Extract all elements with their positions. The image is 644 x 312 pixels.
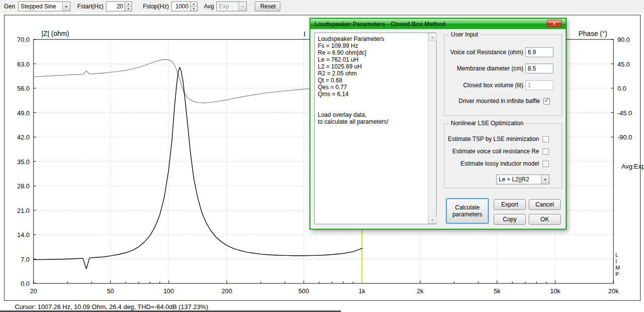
inductor-model-select[interactable]: Le + L2||R2 ▼ [496, 174, 549, 184]
baffle-checkbox[interactable]: ✓ [543, 98, 550, 104]
loudspeaker-parameters-dialog: Loudspeaker Parameters - Closed Box Meth… [309, 18, 567, 230]
lse-optimization-group: Nonlinear LSE Optimization Estimate TSP … [444, 123, 562, 188]
fstart-label: Fstart(Hz) [77, 3, 103, 10]
scrollbar[interactable]: ▲ ▼ [428, 33, 436, 224]
scroll-down-icon[interactable]: ▼ [428, 216, 437, 224]
svg-text:-45.0: -45.0 [617, 109, 632, 117]
param-line: Re = 6.90 ohm[dc] [318, 49, 426, 56]
svg-text:0.0: 0.0 [21, 280, 30, 287]
svg-text:42.0: 42.0 [17, 134, 30, 141]
chevron-down-icon: ▼ [238, 2, 246, 11]
spin-down-icon[interactable]: ▼ [191, 7, 197, 11]
lse-option-label: Estimate voice coil resistance Re [446, 148, 539, 155]
close-button[interactable]: ✕ [547, 20, 562, 27]
svg-text:35.0: 35.0 [17, 158, 30, 166]
left-axis-title: |Z| (ohm) [41, 30, 69, 37]
svg-text:200: 200 [221, 287, 232, 295]
reset-button[interactable]: Reset [255, 1, 280, 11]
limp-letter: I [615, 258, 620, 265]
generator-value: Stepped Sine [19, 3, 62, 10]
svg-text:21.0: 21.0 [17, 207, 30, 214]
spin-down-icon[interactable]: ▼ [125, 7, 132, 11]
cursor-readout: Cursor: 1007.26 Hz, 10.09 Ohm, 26.4 deg,… [15, 303, 208, 311]
cancel-button[interactable]: Cancel [529, 199, 561, 210]
dialog-title: Loudspeaker Parameters - Closed Box Meth… [310, 21, 445, 28]
svg-text:70.0: 70.0 [17, 36, 30, 43]
ok-button[interactable]: OK [529, 214, 561, 225]
estimate-tsp-checkbox[interactable]: ✓ [542, 136, 549, 142]
checkmark-icon: ✓ [544, 97, 549, 104]
avg-select[interactable]: Exp ▼ [216, 1, 247, 11]
param-line: R2 = 2.05 ohm [318, 70, 426, 77]
fstop-label: Fstop(Hz) [143, 3, 169, 10]
svg-text:50: 50 [107, 287, 114, 295]
svg-text:56.0: 56.0 [17, 85, 30, 92]
svg-text:-90.0: -90.0 [617, 134, 632, 141]
close-icon: ✕ [552, 21, 556, 26]
param-line [318, 98, 426, 104]
lse-group-label: Nonlinear LSE Optimization [449, 120, 525, 127]
closed-box-volume-label: Closed box volume (lit) [446, 81, 523, 90]
param-line: Qes = 0.77 [318, 84, 426, 91]
param-line: L2 = 1025.69 uH [318, 63, 426, 70]
limp-letter: L [615, 252, 620, 258]
param-line [318, 104, 426, 111]
svg-text:10k: 10k [550, 287, 560, 295]
chevron-down-icon: ▼ [62, 2, 70, 11]
avg-value: Exp [217, 3, 238, 10]
svg-text:0.0: 0.0 [617, 85, 626, 92]
lse-option-label: Estimate TSP by LSE minimization [446, 136, 539, 142]
scroll-up-icon[interactable]: ▲ [428, 33, 437, 41]
svg-text:100: 100 [163, 287, 174, 295]
fstart-spinner: ▲ ▼ [106, 1, 132, 11]
limp-letter: P [615, 271, 620, 277]
toolbar: Gen Stepped Sine ▼ Fstart(Hz) ▲ ▼ Fstop(… [0, 0, 644, 13]
svg-text:28.0: 28.0 [17, 182, 30, 190]
fstop-spinner: ▲ ▼ [171, 1, 198, 11]
limp-logo-text: L I M P [615, 252, 620, 277]
lse-option-label: Estimate lossy inductor model [446, 160, 539, 167]
estimate-lossy-inductor-checkbox[interactable]: ✓ [542, 161, 549, 167]
avg-mode-text: Avg:Exp [621, 163, 644, 170]
closed-box-volume-input[interactable] [525, 80, 553, 90]
svg-text:5k: 5k [494, 287, 501, 295]
voice-coil-resistance-label: Voice coil Resistance (ohm) [446, 48, 523, 57]
membrane-diameter-label: Membrane diameter (cm) [446, 64, 523, 73]
fstart-input[interactable] [106, 1, 125, 11]
parameters-listbox[interactable]: Loudspeaker Parameters Fs = 109.99 Hz Re… [314, 33, 437, 224]
avg-label: Avg [204, 3, 214, 10]
svg-text:2k: 2k [417, 287, 424, 295]
svg-text:20k: 20k [609, 287, 619, 295]
limp-letter: M [615, 265, 620, 271]
svg-text:20: 20 [30, 287, 37, 295]
svg-text:14.0: 14.0 [17, 231, 30, 239]
membrane-diameter-input[interactable] [525, 64, 553, 73]
export-button[interactable]: Export [494, 199, 526, 210]
spin-up-icon[interactable]: ▲ [191, 2, 197, 7]
svg-text:49.0: 49.0 [17, 109, 30, 117]
calculate-parameters-button[interactable]: Calculate parameters [446, 198, 489, 224]
generator-select[interactable]: Stepped Sine ▼ [18, 1, 70, 11]
param-line: Qt = 0.68 [318, 77, 426, 84]
gen-label: Gen [4, 3, 15, 10]
parameters-text: Loudspeaker Parameters Fs = 109.99 Hz Re… [318, 35, 426, 125]
right-axis-title: Phase (°) [578, 30, 608, 37]
svg-text:7.0: 7.0 [21, 256, 30, 263]
copy-button[interactable]: Copy [494, 214, 526, 225]
estimate-re-checkbox[interactable]: ✓ [542, 148, 549, 155]
param-line: Loudspeaker Parameters [318, 35, 426, 42]
param-line: to calculate all parameters! [318, 118, 426, 125]
svg-text:500: 500 [299, 287, 309, 295]
fstop-input[interactable] [171, 1, 190, 11]
inductor-model-value: Le + L2||R2 [497, 176, 541, 183]
svg-text:63.0: 63.0 [17, 61, 30, 68]
param-line: Qms = 6.14 [318, 91, 426, 98]
param-line: Fs = 109.99 Hz [318, 42, 426, 49]
chart-title-clipped: I [304, 30, 305, 38]
svg-text:90.0: 90.0 [617, 36, 630, 43]
spin-up-icon[interactable]: ▲ [125, 2, 132, 7]
user-input-group-label: User Input [449, 32, 480, 38]
param-line: Load overlay data, [318, 111, 426, 118]
voice-coil-resistance-input[interactable] [525, 47, 553, 57]
dialog-titlebar[interactable]: Loudspeaker Parameters - Closed Box Meth… [310, 19, 566, 29]
